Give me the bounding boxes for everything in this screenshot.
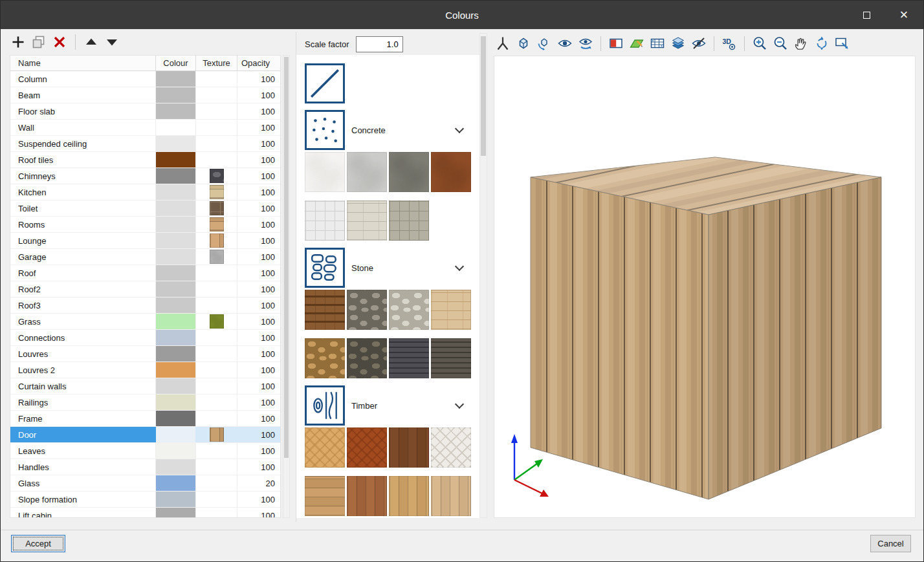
texture-timber-chevron-white[interactable] bbox=[431, 427, 471, 468]
no-texture-swatch[interactable] bbox=[305, 63, 345, 103]
row-opacity[interactable]: 100 bbox=[237, 378, 280, 394]
row-opacity[interactable]: 100 bbox=[237, 492, 280, 507]
table-row[interactable]: Connections100 bbox=[10, 330, 280, 346]
cancel-button[interactable]: Cancel bbox=[870, 535, 911, 552]
row-texture-cell[interactable] bbox=[196, 314, 237, 329]
row-colour-cell[interactable] bbox=[156, 378, 196, 394]
row-opacity[interactable]: 100 bbox=[237, 103, 280, 119]
table-row[interactable]: Kitchen100 bbox=[10, 184, 280, 200]
row-texture-cell[interactable] bbox=[196, 492, 237, 507]
texture-concrete-light-grey[interactable] bbox=[347, 152, 387, 192]
row-colour-cell[interactable] bbox=[156, 362, 196, 378]
row-colour-cell[interactable] bbox=[156, 346, 196, 362]
row-opacity[interactable]: 100 bbox=[237, 168, 280, 184]
texture-timber-panels-light[interactable] bbox=[305, 476, 345, 516]
texture-timber-planks-red[interactable] bbox=[347, 476, 387, 516]
row-opacity[interactable]: 100 bbox=[237, 120, 280, 135]
texture-stone-wall-white[interactable] bbox=[389, 290, 429, 330]
texture-stone-roof-tiles[interactable] bbox=[305, 290, 345, 330]
row-opacity[interactable]: 100 bbox=[237, 362, 280, 378]
texture-concrete-blocks-grey[interactable] bbox=[389, 200, 429, 241]
row-texture-cell[interactable] bbox=[196, 427, 237, 442]
row-texture-cell[interactable] bbox=[196, 394, 237, 410]
cube-button[interactable] bbox=[515, 35, 532, 52]
table-row[interactable]: Lift cabin100 bbox=[10, 508, 280, 518]
texture-concrete-white[interactable] bbox=[305, 152, 345, 192]
row-colour-cell[interactable] bbox=[156, 217, 196, 232]
table-row[interactable]: Roof100 bbox=[10, 265, 280, 281]
title-bar[interactable]: Colours × bbox=[1, 1, 923, 29]
column-header-colour[interactable]: Colour bbox=[156, 56, 196, 70]
row-opacity[interactable]: 100 bbox=[237, 184, 280, 200]
column-header-texture[interactable]: Texture bbox=[196, 56, 237, 70]
chevron-down-icon[interactable] bbox=[455, 124, 464, 133]
table-row[interactable]: Roof3100 bbox=[10, 297, 280, 314]
row-opacity[interactable]: 100 bbox=[237, 87, 280, 103]
row-texture-cell[interactable] bbox=[196, 200, 237, 216]
texture-concrete-tiles-white[interactable] bbox=[305, 200, 345, 241]
row-texture-cell[interactable] bbox=[196, 152, 237, 168]
zoom-window-button[interactable] bbox=[772, 35, 789, 52]
table-row[interactable]: Curtain walls100 bbox=[10, 378, 280, 394]
row-opacity[interactable]: 100 bbox=[237, 394, 280, 410]
table-scrollbar-thumb[interactable] bbox=[284, 57, 289, 458]
row-colour-cell[interactable] bbox=[156, 265, 196, 281]
row-colour-cell[interactable] bbox=[156, 508, 196, 518]
row-colour-cell[interactable] bbox=[156, 249, 196, 265]
row-opacity[interactable]: 100 bbox=[237, 459, 280, 475]
texture-stone-cobble-dark[interactable] bbox=[347, 338, 387, 378]
texture-timber-walnut[interactable] bbox=[389, 427, 429, 468]
timber-category-icon[interactable] bbox=[305, 385, 345, 426]
table-row[interactable]: Column100 bbox=[10, 71, 280, 87]
threed-button[interactable]: 3D bbox=[721, 35, 738, 52]
texture-stone-panel-dark[interactable] bbox=[431, 338, 471, 378]
row-colour-cell[interactable] bbox=[156, 314, 196, 329]
row-opacity[interactable]: 100 bbox=[237, 427, 280, 442]
row-texture-cell[interactable] bbox=[196, 508, 237, 518]
table-row[interactable]: Roof tiles100 bbox=[10, 152, 280, 168]
row-opacity[interactable]: 100 bbox=[237, 265, 280, 281]
row-texture-cell[interactable] bbox=[196, 87, 237, 103]
table-row[interactable]: Leaves100 bbox=[10, 443, 280, 459]
row-colour-cell[interactable] bbox=[156, 184, 196, 200]
row-texture-cell[interactable] bbox=[196, 233, 237, 248]
row-texture-cell[interactable] bbox=[196, 297, 237, 313]
move-up-button[interactable] bbox=[83, 34, 100, 50]
axes-button[interactable] bbox=[494, 35, 511, 52]
row-opacity[interactable]: 100 bbox=[237, 71, 280, 87]
table-row[interactable]: Rooms100 bbox=[10, 217, 280, 233]
row-opacity[interactable]: 100 bbox=[237, 281, 280, 297]
row-texture-cell[interactable] bbox=[196, 217, 237, 232]
texture-concrete-rust[interactable] bbox=[431, 152, 471, 192]
row-opacity[interactable]: 100 bbox=[237, 443, 280, 459]
zoom-extents-button[interactable] bbox=[751, 35, 768, 52]
grid-button[interactable] bbox=[649, 35, 666, 52]
stone-category-icon[interactable] bbox=[305, 248, 345, 288]
table-row[interactable]: Door100 bbox=[10, 427, 280, 443]
copy-button[interactable] bbox=[30, 34, 47, 50]
pan-button[interactable] bbox=[793, 35, 809, 52]
row-opacity[interactable]: 100 bbox=[237, 297, 280, 313]
row-opacity[interactable]: 100 bbox=[237, 330, 280, 345]
table-row[interactable]: Floor slab100 bbox=[10, 103, 280, 120]
texture-stone-fieldstone-grey[interactable] bbox=[347, 290, 387, 330]
chevron-down-icon[interactable] bbox=[455, 400, 464, 409]
row-texture-cell[interactable] bbox=[196, 249, 237, 265]
table-row[interactable]: Slope formation100 bbox=[10, 492, 280, 508]
table-row[interactable]: Grass100 bbox=[10, 314, 280, 330]
table-row[interactable]: Wall100 bbox=[10, 120, 280, 136]
scale-factor-input[interactable] bbox=[356, 36, 403, 52]
row-texture-cell[interactable] bbox=[196, 184, 237, 200]
column-header-name[interactable]: Name bbox=[10, 56, 156, 70]
orbit-button[interactable] bbox=[813, 35, 830, 52]
row-texture-cell[interactable] bbox=[196, 378, 237, 394]
table-row[interactable]: Railings100 bbox=[10, 394, 280, 411]
preview-viewport[interactable] bbox=[494, 56, 916, 518]
table-row[interactable]: Chimneys100 bbox=[10, 168, 280, 184]
table-row[interactable]: Glass20 bbox=[10, 475, 280, 492]
row-opacity[interactable]: 100 bbox=[237, 136, 280, 151]
row-texture-cell[interactable] bbox=[196, 346, 237, 362]
row-colour-cell[interactable] bbox=[156, 120, 196, 135]
table-row[interactable]: Toilet100 bbox=[10, 200, 280, 217]
chevron-down-icon[interactable] bbox=[455, 262, 464, 271]
